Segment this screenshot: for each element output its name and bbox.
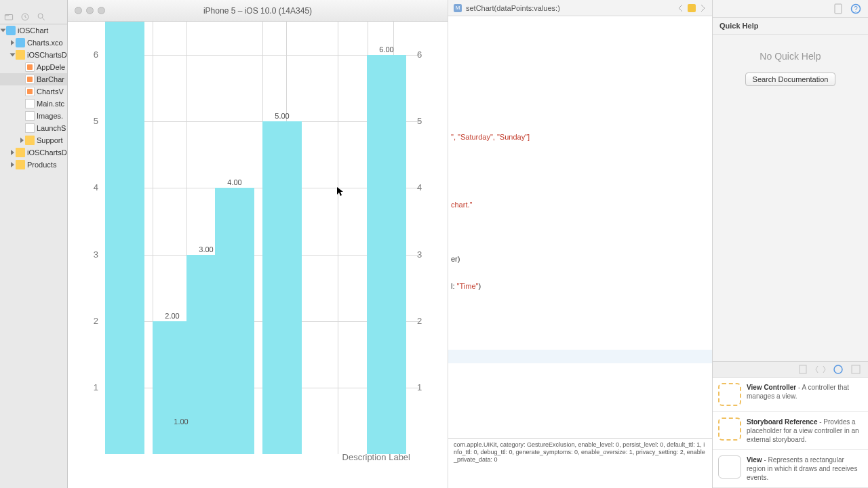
- tree-label: BarChar: [37, 75, 64, 83]
- svg-text:?: ?: [854, 5, 858, 13]
- svg-point-2: [38, 14, 43, 18]
- method-icon: M: [454, 4, 462, 12]
- inspector-panel: ? Quick Help No Quick Help Search Docume…: [712, 0, 868, 488]
- console-text: com.apple.UIKit, category: GestureExclus…: [454, 441, 705, 463]
- y-axis-tick-left: 6: [85, 49, 98, 60]
- object-library-icon[interactable]: [833, 364, 844, 375]
- warning-icon[interactable]: [688, 4, 696, 12]
- tree-row[interactable]: Charts.xco: [0, 37, 67, 49]
- file-icon: [25, 123, 35, 133]
- tree-row[interactable]: iOSChartsD: [0, 49, 67, 61]
- tree-row[interactable]: ChartsV: [0, 85, 67, 98]
- window-title: iPhone 5 – iOS 10.0 (14A345): [68, 6, 448, 16]
- library-item-name: Storyboard Reference: [747, 418, 817, 426]
- source-editor[interactable]: M setChart(dataPoints:values:) . ", "Sat…: [448, 0, 712, 488]
- jump-path[interactable]: setChart(dataPoints:values:): [466, 4, 560, 12]
- tree-row[interactable]: Support: [0, 134, 67, 146]
- library-item-desc: - Represents a rectangular region in whi…: [747, 456, 857, 481]
- tree-row[interactable]: Images.: [0, 110, 67, 122]
- media-library-icon[interactable]: [850, 364, 861, 375]
- quickhelp-empty: No Quick Help: [719, 51, 861, 62]
- library-item[interactable]: View - Represents a rectangular region i…: [713, 450, 868, 488]
- inspector-tabs[interactable]: ?: [713, 0, 868, 18]
- file-icon: [25, 111, 35, 121]
- file-template-icon[interactable]: [797, 364, 808, 375]
- library-item[interactable]: Storyboard Reference - Provides a placeh…: [713, 412, 868, 450]
- quickhelp-inspector-icon[interactable]: ?: [850, 3, 861, 14]
- bar[interactable]: [215, 188, 254, 454]
- tree-label: Support: [37, 136, 63, 144]
- tree-row[interactable]: BarChar: [0, 73, 67, 85]
- project-navigator[interactable]: iOSChart Charts.xcoiOSChartsDAppDeleBarC…: [0, 0, 68, 488]
- code-snippet-icon[interactable]: [815, 364, 826, 375]
- file-icon: [16, 160, 25, 169]
- file-icon: [16, 38, 25, 47]
- y-axis-tick-left: 5: [85, 116, 98, 126]
- object-library[interactable]: View Controller - A controller that mana…: [713, 378, 868, 488]
- minimize-icon[interactable]: [86, 7, 94, 14]
- tree-row[interactable]: Main.stc: [0, 98, 67, 110]
- svg-rect-8: [852, 365, 860, 373]
- traffic-lights[interactable]: [75, 7, 105, 14]
- bar[interactable]: [105, 22, 144, 454]
- y-axis-tick-right: 2: [417, 316, 431, 326]
- tree-label: iOSChartsD: [27, 148, 67, 157]
- navigator-toolbar: [0, 9, 68, 24]
- bar-value-label: 3.00: [199, 245, 213, 253]
- file-icon: [25, 99, 35, 108]
- svg-point-7: [834, 365, 842, 373]
- y-axis-tick-right: 3: [417, 249, 431, 260]
- file-inspector-icon[interactable]: [833, 3, 844, 14]
- bar-value-label: 4.00: [227, 178, 241, 186]
- tree-label: iOSChartsD: [27, 51, 67, 59]
- file-icon: [16, 148, 25, 157]
- project-root[interactable]: iOSChart: [0, 24, 67, 37]
- jump-bar[interactable]: M setChart(dataPoints:values:): [448, 0, 712, 16]
- y-axis-tick-right: 5: [417, 116, 431, 126]
- code-area[interactable]: . ", "Saturday", "Sunday"] chart." er) l…: [448, 16, 712, 438]
- file-icon: [16, 50, 25, 60]
- tree-label: LaunchS: [37, 124, 66, 132]
- bar-value-label: 2.00: [165, 312, 179, 320]
- bar-chart[interactable]: 1122334455662.003.004.005.006.001.00Desc…: [85, 22, 431, 474]
- svg-rect-6: [800, 365, 806, 373]
- y-axis-tick-left: 1: [85, 382, 98, 392]
- library-item-icon: [718, 455, 741, 479]
- tree-label: Images.: [37, 112, 63, 120]
- close-icon[interactable]: [75, 7, 82, 14]
- y-axis-tick-right: 6: [417, 49, 431, 60]
- tree-label: AppDele: [37, 63, 65, 71]
- simulator-titlebar[interactable]: iPhone 5 – iOS 10.0 (14A345): [68, 0, 448, 22]
- bar[interactable]: [367, 55, 406, 454]
- folder-icon[interactable]: [4, 12, 14, 22]
- bar[interactable]: [262, 121, 302, 454]
- y-axis-tick-right: 4: [417, 182, 431, 192]
- bar-value-label: 6.00: [379, 45, 393, 54]
- zoom-icon[interactable]: [98, 7, 105, 14]
- debug-console[interactable]: com.apple.UIKit, category: GestureExclus…: [448, 438, 712, 488]
- file-icon: [25, 62, 35, 72]
- tree-label: Main.stc: [37, 100, 64, 108]
- tree-row[interactable]: Products: [0, 159, 67, 171]
- library-item-name: View Controller: [747, 384, 796, 391]
- y-axis-tick-left: 4: [85, 182, 98, 192]
- y-axis-tick-left: 3: [85, 249, 98, 260]
- bar-value-label: 5.00: [275, 112, 289, 120]
- search-documentation-button[interactable]: Search Documentation: [745, 73, 836, 86]
- tree-row[interactable]: LaunchS: [0, 122, 67, 134]
- recent-icon[interactable]: [20, 12, 30, 22]
- tree-row[interactable]: iOSChartsD: [0, 146, 67, 159]
- svg-rect-3: [835, 4, 842, 14]
- file-icon: [25, 136, 35, 145]
- bar-value-label: 1.00: [174, 418, 188, 426]
- library-item-icon: [718, 383, 741, 406]
- tree-label: Products: [27, 161, 56, 169]
- nav-back-icon[interactable]: [677, 4, 685, 12]
- tree-row[interactable]: AppDele: [0, 61, 67, 73]
- search-icon[interactable]: [37, 12, 46, 22]
- library-tabs[interactable]: [713, 361, 868, 378]
- file-icon: [25, 87, 35, 96]
- nav-forward-icon[interactable]: [698, 4, 707, 12]
- library-item[interactable]: View Controller - A controller that mana…: [713, 378, 868, 412]
- y-axis-tick-right: 1: [417, 382, 431, 392]
